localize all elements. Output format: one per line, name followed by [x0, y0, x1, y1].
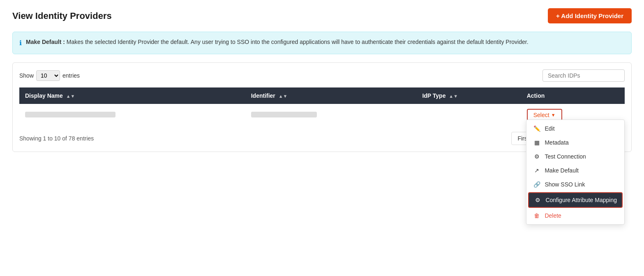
col-display-name: Display Name ▲▼	[19, 87, 245, 104]
cell-display-name	[19, 104, 245, 126]
search-input[interactable]	[542, 69, 625, 82]
edit-label: Edit	[545, 125, 554, 132]
dropdown-item-configure-attribute-mapping[interactable]: ⚙ Configure Attribute Mapping	[528, 192, 623, 208]
test-connection-label: Test Connection	[545, 153, 586, 160]
configure-icon: ⚙	[534, 197, 541, 203]
col-idp-type: IdP Type ▲▼	[416, 87, 521, 104]
show-entries-control: Show 10 25 50 100 entries	[19, 70, 80, 81]
idp-table: Display Name ▲▼ Identifier ▲▼ IdP Type ▲…	[19, 87, 625, 126]
page-container: View Identity Providers + Add Identity P…	[0, 0, 644, 276]
delete-icon: 🗑	[533, 212, 540, 219]
dropdown-item-show-sso-link[interactable]: 🔗 Show SSO Link	[526, 177, 624, 191]
cell-identifier	[245, 104, 417, 126]
dropdown-item-edit[interactable]: ✏️ Edit	[526, 122, 624, 136]
showing-text: Showing 1 to 10 of 78 entries	[19, 135, 94, 142]
add-identity-provider-button[interactable]: + Add Identity Provider	[548, 8, 632, 23]
sort-arrow-idp-type[interactable]: ▲▼	[449, 94, 458, 99]
test-connection-icon: ⚙	[533, 153, 540, 160]
col-action: Action	[521, 87, 625, 104]
info-icon: ℹ	[19, 38, 22, 48]
page-header: View Identity Providers + Add Identity P…	[12, 8, 632, 23]
cell-idp-type	[416, 104, 521, 126]
make-default-label: Make Default	[545, 167, 578, 174]
dropdown-item-delete[interactable]: 🗑 Delete	[526, 209, 624, 223]
metadata-icon: ▦	[533, 139, 540, 146]
entries-label: entries	[62, 72, 80, 79]
show-label: Show	[19, 72, 34, 79]
dropdown-item-metadata[interactable]: ▦ Metadata	[526, 136, 624, 150]
display-name-blurred	[25, 112, 115, 117]
table-controls: Show 10 25 50 100 entries	[19, 69, 625, 82]
select-label: Select	[533, 112, 549, 118]
page-title: View Identity Providers	[12, 11, 112, 21]
table-row: Select ▼ ✏️ Edit ▦ Metadata	[19, 104, 625, 126]
info-box: ℹ Make Default : Makes the selected Iden…	[12, 32, 632, 54]
dropdown-item-test-connection[interactable]: ⚙ Test Connection	[526, 150, 624, 163]
dropdown-item-make-default[interactable]: ↗ Make Default	[526, 163, 624, 177]
delete-label: Delete	[545, 212, 561, 219]
configure-attribute-mapping-label: Configure Attribute Mapping	[545, 197, 617, 203]
edit-icon: ✏️	[533, 125, 540, 132]
action-dropdown-menu: ✏️ Edit ▦ Metadata ⚙ Test Connection	[526, 120, 625, 225]
info-body: Makes the selected Identity Provider the…	[65, 39, 529, 45]
table-header-row: Display Name ▲▼ Identifier ▲▼ IdP Type ▲…	[19, 87, 625, 104]
sort-arrow-identifier[interactable]: ▲▼	[279, 94, 288, 99]
info-bold: Make Default :	[26, 39, 65, 45]
make-default-icon: ↗	[533, 167, 540, 174]
cell-action: Select ▼ ✏️ Edit ▦ Metadata	[521, 104, 625, 126]
metadata-label: Metadata	[545, 139, 568, 146]
col-identifier: Identifier ▲▼	[245, 87, 417, 104]
info-text: Make Default : Makes the selected Identi…	[26, 38, 529, 46]
show-sso-link-label: Show SSO Link	[545, 181, 585, 188]
table-container: Show 10 25 50 100 entries Display Name ▲…	[12, 62, 632, 152]
entries-select[interactable]: 10 25 50 100	[36, 70, 60, 81]
sort-arrow-display-name[interactable]: ▲▼	[66, 94, 75, 99]
identifier-blurred	[251, 112, 317, 117]
sso-link-icon: 🔗	[533, 181, 540, 188]
chevron-down-icon: ▼	[551, 113, 556, 117]
